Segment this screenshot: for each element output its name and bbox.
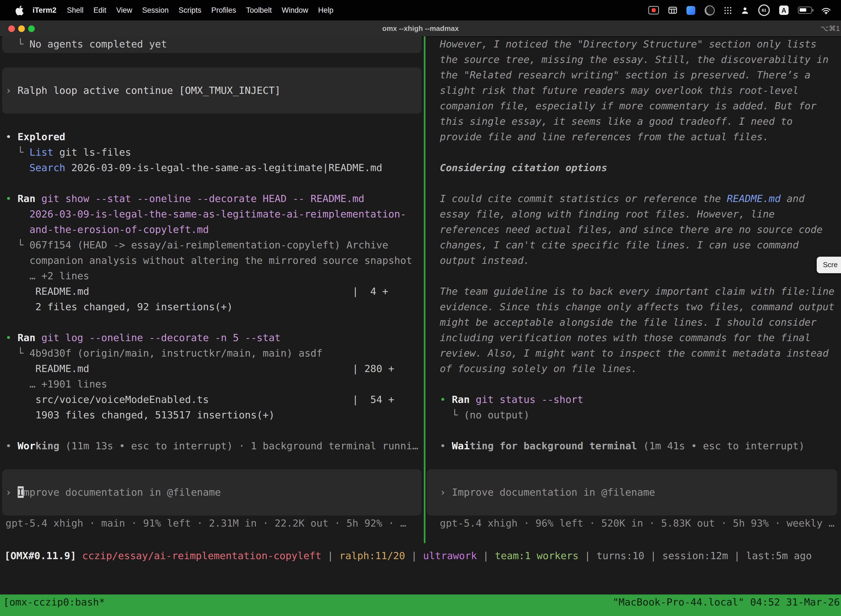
thinking-line: review. Also, I might want to inspect th…: [440, 346, 829, 361]
menu-profiles[interactable]: Profiles: [207, 6, 241, 14]
input-source-icon[interactable]: A: [779, 6, 788, 15]
screenshot-button[interactable]: Scre: [817, 257, 841, 273]
right-terminal-pane: However, I noticed the "Directory Struct…: [425, 37, 841, 543]
window-title-bar[interactable]: omx --xhigh --madmax ⌥⌘1: [0, 21, 841, 37]
prompt-input-line: › Improve documentation in @filename: [6, 485, 221, 500]
menu-bar-status-icons: 61 A: [648, 4, 841, 16]
diffstat-line: README.md | 4 +: [6, 284, 388, 299]
thinking-line: companion file, especially if more comme…: [440, 98, 816, 114]
left-terminal-pane: └ No agents completed yet› Ralph loop ac…: [0, 37, 424, 543]
menu-scripts[interactable]: Scripts: [174, 6, 207, 14]
menu-bar: iTerm2 Shell Edit View Session Scripts P…: [0, 0, 841, 21]
model-status-line: gpt-5.4 xhigh · 96% left · 520K in · 5.8…: [440, 516, 835, 531]
command-output-line: └ (no output): [440, 407, 529, 423]
thinking-line: this single essay, it seems like a good …: [440, 114, 793, 129]
menu-view[interactable]: View: [111, 6, 137, 14]
thinking-line: references need actual files, and since …: [440, 222, 822, 238]
omx-status-bar: [OMX#0.11.9] cczip/essay/ai-reimplementa…: [0, 548, 841, 563]
diffstat-summary-line: 2 files changed, 92 insertions(+): [6, 299, 233, 315]
screen: iTerm2 Shell Edit View Session Scripts P…: [0, 0, 841, 616]
window-title: omx --xhigh --madmax: [0, 21, 841, 37]
explored-search-line: Search 2026-03-09-is-legal-the-same-as-l…: [6, 160, 382, 176]
screen-recording-icon[interactable]: [648, 6, 659, 14]
record-dot: [652, 8, 656, 12]
menu-help[interactable]: Help: [313, 6, 338, 14]
menu-edit[interactable]: Edit: [89, 6, 111, 14]
thinking-line: However, I noticed the "Directory Struct…: [440, 37, 816, 52]
thinking-line: of focusing solely on file lines.: [440, 361, 637, 377]
prompt-input-line: › Improve documentation in @filename: [440, 485, 655, 500]
thinking-line: the source tree, missing the essay. Stil…: [440, 52, 829, 67]
explored-list-line: └ List git ls-files: [6, 145, 131, 160]
shortcuts-app-icon[interactable]: [687, 6, 695, 15]
apple-menu-icon[interactable]: [11, 5, 27, 15]
menu-bar-left: iTerm2 Shell Edit View Session Scripts P…: [0, 5, 338, 15]
commit-message-line: companion analysis without altering the …: [6, 253, 412, 268]
battery-gauge-icon[interactable]: 61: [758, 4, 770, 16]
tmux-host-time: "MacBook-Pro-44.local" 04:52 31-Mar-26: [612, 594, 840, 610]
menu-toolbelt[interactable]: Toolbelt: [241, 6, 277, 14]
profile-icon[interactable]: [741, 6, 749, 14]
agents-status-line: └ No agents completed yet: [6, 37, 167, 52]
menu-session[interactable]: Session: [137, 6, 174, 14]
tmux-session-name: [omx-cczip0:bash*: [3, 594, 105, 610]
wifi-icon[interactable]: [821, 6, 831, 14]
diffstat-line: README.md | 280 +: [6, 361, 394, 377]
thinking-line: including verification notes with those …: [440, 330, 811, 346]
waiting-status-line: • Waiting for background terminal (1m 41…: [440, 438, 804, 454]
battery-level: [799, 8, 806, 11]
ran-git-log-line: • Ran git log --oneline --decorate -n 5 …: [6, 330, 281, 346]
thinking-line: output instead.: [440, 253, 529, 268]
thinking-line: provide file and line references from th…: [440, 129, 769, 145]
battery-icon[interactable]: [798, 7, 812, 14]
diffstat-summary-line: 1903 files changed, 513517 insertions(+): [6, 407, 274, 423]
dark-circle-app-icon[interactable]: [705, 5, 715, 15]
ralph-banner-line: › Ralph loop active continue [OMX_TMUX_I…: [6, 83, 281, 98]
window-shortcut-badge: ⌥⌘1: [820, 21, 840, 37]
thinking-line: the "Related research writing" section i…: [440, 67, 811, 83]
thinking-line: might be acceptable alongside the file l…: [440, 315, 816, 330]
table-grid-icon[interactable]: [668, 7, 677, 14]
tmux-status-bar: [omx-cczip0:bash* "MacBook-Pro-44.local"…: [0, 594, 841, 616]
battery-nub: [812, 9, 813, 11]
omitted-lines-indicator: … +2 lines: [6, 268, 89, 284]
thinking-line: The team guideline is to back every impo…: [440, 284, 835, 299]
thinking-heading: Considering citation options: [440, 160, 607, 176]
menu-window[interactable]: Window: [277, 6, 313, 14]
gauge-value: 61: [762, 8, 766, 13]
omx-session-status: [OMX#0.11.9] cczip/essay/ai-reimplementa…: [4, 548, 812, 563]
thinking-line: essay file, along with finding root file…: [440, 207, 775, 222]
explored-header: • Explored: [6, 129, 65, 145]
thinking-line: I could cite commit statistics or refere…: [440, 191, 804, 207]
working-status-line: • Working (11m 13s • esc to interrupt) ·…: [6, 438, 418, 454]
menu-iterm2[interactable]: iTerm2: [27, 6, 62, 14]
thinking-line: slight risk that future readers may over…: [440, 83, 799, 98]
commit-line: └ 4b9d30f (origin/main, instructkr/main,…: [6, 346, 322, 361]
command-wrap-line: 2026-03-09-is-legal-the-same-as-legitima…: [6, 207, 406, 222]
model-status-line: gpt-5.4 xhigh · main · 91% left · 2.31M …: [6, 516, 406, 531]
omitted-lines-indicator: … +1901 lines: [6, 377, 107, 392]
thinking-line: evidence. Since this change only affects…: [440, 299, 835, 315]
commit-message-line: └ 067f154 (HEAD -> essay/ai-reimplementa…: [6, 238, 388, 253]
dots-grid-icon[interactable]: [724, 6, 732, 14]
command-wrap-line: and-the-erosion-of-copyleft.md: [6, 222, 209, 238]
ran-git-show-line: • Ran git show --stat --oneline --decora…: [6, 191, 364, 207]
menu-shell[interactable]: Shell: [62, 6, 89, 14]
ran-git-status-line: • Ran git status --short: [440, 392, 583, 407]
input-source-letter: A: [781, 6, 786, 14]
diffstat-line: src/voice/voiceModeEnabled.ts | 54 +: [6, 392, 394, 407]
thinking-line: changes, I can't cite specific file line…: [440, 238, 799, 253]
